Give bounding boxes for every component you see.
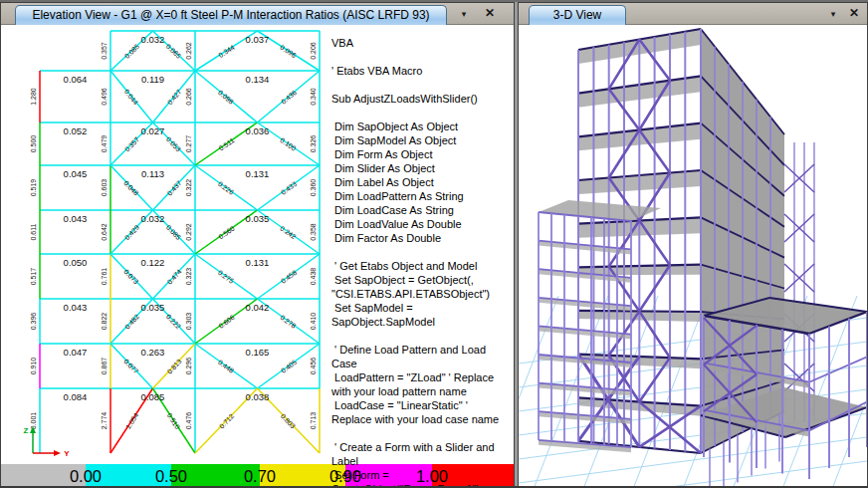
three-d-dropdown-button[interactable]: ▾ — [825, 6, 841, 22]
svg-text:0.278: 0.278 — [279, 314, 297, 330]
svg-text:0.867: 0.867 — [101, 358, 108, 375]
svg-text:0.043: 0.043 — [64, 213, 88, 224]
svg-text:0.044: 0.044 — [123, 88, 140, 106]
svg-text:0.510: 0.510 — [166, 412, 182, 431]
axis-triad: ZY — [24, 426, 71, 458]
svg-text:0.357: 0.357 — [101, 42, 108, 60]
svg-text:0.098: 0.098 — [217, 89, 235, 106]
svg-text:0.065: 0.065 — [165, 43, 183, 60]
svg-text:0.052: 0.052 — [64, 125, 88, 136]
svg-text:0.429: 0.429 — [123, 224, 140, 242]
elevation-content: 0.0320.0370.0640.1190.1340.0520.0270.036… — [1, 25, 514, 488]
svg-text:0.292: 0.292 — [185, 223, 192, 241]
elevation-close-button[interactable]: ✕ — [482, 6, 498, 22]
svg-text:0.077: 0.077 — [122, 358, 139, 375]
three-d-close-button[interactable]: ✕ — [846, 6, 862, 22]
svg-text:2.774: 2.774 — [101, 412, 108, 430]
three-d-view-panel: 3-D View ▾ ✕ — [518, 2, 868, 488]
svg-text:0.277: 0.277 — [185, 135, 192, 153]
svg-text:0.813: 0.813 — [166, 358, 183, 375]
svg-text:0.064: 0.064 — [64, 74, 88, 85]
svg-text:0.032: 0.032 — [141, 213, 165, 224]
svg-text:0.084: 0.084 — [64, 391, 88, 402]
svg-text:0.226: 0.226 — [217, 180, 235, 196]
svg-text:Z: Z — [24, 426, 29, 435]
svg-text:0.326: 0.326 — [310, 135, 317, 153]
svg-text:0.222: 0.222 — [165, 313, 182, 331]
elevation-tab-bar: Elevation View - G1 @ X=0 ft Steel P-M I… — [1, 3, 514, 25]
legend-boundary-label: 0.00 — [64, 467, 108, 486]
svg-text:0.427: 0.427 — [166, 88, 183, 106]
svg-text:0.322: 0.322 — [185, 179, 192, 197]
etabs-window: Elevation View - G1 @ X=0 ft Steel P-M I… — [0, 0, 868, 488]
svg-text:0.043: 0.043 — [64, 302, 88, 313]
svg-text:0.496: 0.496 — [101, 88, 108, 106]
svg-text:0.436: 0.436 — [280, 89, 298, 106]
elevation-view-tab[interactable]: Elevation View - G1 @ X=0 ft Steel P-M I… — [15, 5, 447, 25]
svg-text:0.053: 0.053 — [165, 135, 182, 152]
svg-text:0.096: 0.096 — [279, 44, 298, 59]
svg-text:0.344: 0.344 — [217, 44, 236, 59]
svg-text:0.001: 0.001 — [30, 412, 37, 430]
svg-text:0.085: 0.085 — [123, 43, 141, 60]
svg-text:0.047: 0.047 — [64, 347, 88, 358]
svg-text:0.119: 0.119 — [141, 74, 164, 85]
svg-text:1.054: 1.054 — [124, 411, 140, 430]
svg-text:0.511: 0.511 — [218, 136, 236, 151]
svg-text:0.085: 0.085 — [165, 224, 182, 242]
svg-text:0.050: 0.050 — [64, 257, 88, 268]
svg-text:0.448: 0.448 — [217, 359, 235, 374]
svg-text:0.122: 0.122 — [141, 257, 165, 268]
svg-text:0.357: 0.357 — [123, 135, 140, 152]
svg-text:0.410: 0.410 — [310, 313, 317, 331]
svg-text:0.042: 0.042 — [246, 302, 270, 313]
svg-text:0.035: 0.035 — [141, 302, 165, 313]
svg-text:1.280: 1.280 — [30, 88, 37, 106]
svg-text:0.100: 0.100 — [279, 136, 297, 152]
svg-text:0.476: 0.476 — [185, 412, 192, 430]
svg-text:0.479: 0.479 — [101, 135, 108, 153]
legend-boundary-label: 0.50 — [149, 467, 193, 486]
elevation-dropdown-button[interactable]: ▾ — [456, 6, 472, 22]
svg-text:0.035: 0.035 — [246, 213, 270, 224]
svg-text:0.262: 0.262 — [185, 42, 192, 60]
svg-text:Y: Y — [64, 449, 70, 458]
svg-text:0.517: 0.517 — [30, 268, 37, 286]
svg-text:0.713: 0.713 — [310, 412, 317, 430]
svg-text:0.266: 0.266 — [185, 88, 192, 106]
svg-text:0.474: 0.474 — [166, 268, 183, 286]
svg-text:0.275: 0.275 — [217, 269, 235, 285]
svg-text:0.603: 0.603 — [101, 179, 108, 197]
svg-text:0.560: 0.560 — [217, 224, 235, 240]
svg-text:0.642: 0.642 — [101, 223, 108, 241]
svg-text:0.519: 0.519 — [30, 179, 37, 197]
svg-text:0.085: 0.085 — [141, 391, 165, 402]
svg-text:0.032: 0.032 — [141, 34, 165, 45]
svg-text:0.296: 0.296 — [185, 358, 192, 375]
svg-text:0.073: 0.073 — [122, 268, 139, 286]
svg-text:0.027: 0.027 — [141, 125, 165, 136]
elevation-view-panel: Elevation View - G1 @ X=0 ft Steel P-M I… — [0, 2, 515, 488]
svg-text:0.134: 0.134 — [246, 74, 270, 85]
svg-text:0.340: 0.340 — [310, 88, 317, 106]
three-d-content — [519, 25, 867, 488]
svg-text:0.036: 0.036 — [246, 125, 270, 136]
svg-text:0.396: 0.396 — [30, 313, 37, 331]
svg-text:0.038: 0.038 — [246, 391, 270, 402]
svg-text:0.456: 0.456 — [310, 358, 317, 375]
svg-text:0.438: 0.438 — [310, 268, 317, 286]
svg-text:0.263: 0.263 — [141, 347, 165, 358]
svg-text:0.910: 0.910 — [30, 358, 37, 375]
elevation-ratio-labels: 0.0320.0370.0640.1190.1340.0520.0270.036… — [30, 34, 317, 430]
three-d-tab-bar: 3-D View ▾ ✕ — [519, 3, 867, 25]
three-d-model-drawing[interactable] — [519, 25, 867, 488]
svg-text:0.437: 0.437 — [166, 179, 183, 197]
svg-text:0.048: 0.048 — [122, 179, 139, 197]
svg-text:0.037: 0.037 — [246, 34, 270, 45]
svg-text:0.433: 0.433 — [280, 180, 298, 196]
three-d-view-tab[interactable]: 3-D View — [529, 5, 626, 25]
svg-text:0.131: 0.131 — [246, 257, 270, 268]
building-model[interactable] — [539, 29, 867, 488]
svg-text:0.482: 0.482 — [123, 313, 140, 331]
svg-text:0.206: 0.206 — [310, 42, 317, 60]
